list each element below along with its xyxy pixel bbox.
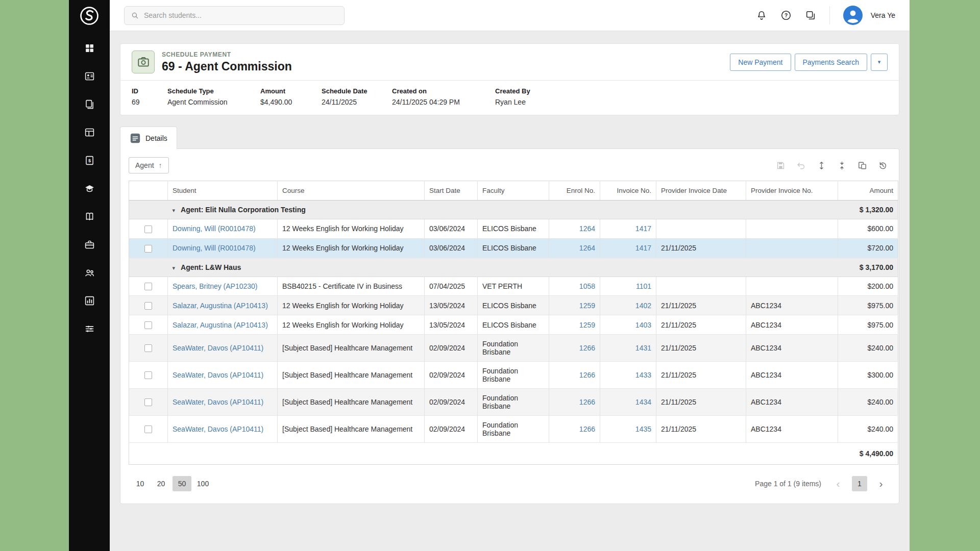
student-link[interactable]: Downing, Will (R0010478): [173, 224, 256, 233]
table-row[interactable]: SeaWater, Davos (AP10411)[Subject Based]…: [129, 388, 898, 415]
enrol-link[interactable]: 1266: [579, 398, 595, 406]
course-cell-td: [Subject Based] Healthcare Management: [278, 388, 425, 415]
enrol-link[interactable]: 1266: [579, 344, 595, 352]
column-header-faculty[interactable]: Faculty: [478, 181, 549, 201]
column-header-select[interactable]: [129, 181, 168, 201]
expand-rows-button[interactable]: [813, 157, 829, 173]
invoice-link[interactable]: 1403: [635, 321, 651, 329]
search-box[interactable]: [124, 6, 345, 25]
table-row[interactable]: SeaWater, Davos (AP10411)[Subject Based]…: [129, 361, 898, 388]
app-logo[interactable]: [69, 0, 110, 31]
row-checkbox[interactable]: [144, 371, 152, 379]
column-header-enrol-no-[interactable]: Enrol No.: [549, 181, 600, 201]
tab-details[interactable]: Details: [120, 127, 177, 149]
invoice-link[interactable]: 1101: [636, 282, 651, 290]
avatar[interactable]: [843, 6, 863, 25]
sidebar-item-agents[interactable]: [80, 264, 99, 283]
enrol-link[interactable]: 1266: [579, 371, 595, 379]
column-header-provider-invoice-no-[interactable]: Provider Invoice No.: [746, 181, 838, 201]
enrol-link[interactable]: 1259: [579, 302, 595, 310]
sidebar-item-tables[interactable]: [80, 123, 99, 143]
history-button[interactable]: [874, 157, 891, 173]
invoice-link[interactable]: 1417: [635, 224, 651, 233]
sidebar-item-reports[interactable]: [80, 292, 99, 311]
column-header-provider-invoice-date[interactable]: Provider Invoice Date: [656, 181, 746, 201]
row-checkbox[interactable]: [144, 245, 152, 253]
student-link[interactable]: Salazar, Augustina (AP10413): [173, 321, 268, 329]
apps-icon[interactable]: [805, 10, 816, 21]
student-link[interactable]: SeaWater, Davos (AP10411): [173, 398, 263, 406]
student-link[interactable]: Spears, Britney (AP10230): [173, 282, 258, 290]
collapse-rows-button[interactable]: [834, 157, 850, 173]
column-header-course[interactable]: Course: [278, 181, 425, 201]
enrol-link[interactable]: 1264: [579, 244, 595, 252]
invoice-link[interactable]: 1417: [635, 244, 651, 252]
collapse-group-icon[interactable]: ▾: [173, 265, 176, 271]
payments-search-button[interactable]: Payments Search: [795, 54, 868, 71]
amount-cell: $240.00: [867, 344, 893, 352]
row-checkbox[interactable]: [144, 344, 152, 352]
table-header: StudentCourseStart DateFacultyEnrol No.I…: [129, 181, 898, 201]
row-checkbox[interactable]: [144, 425, 152, 433]
table-row[interactable]: Salazar, Augustina (AP10413)12 Weeks Eng…: [129, 315, 898, 335]
actions-dropdown-button[interactable]: ▾: [871, 54, 888, 71]
enrol-link[interactable]: 1259: [579, 321, 595, 329]
summary-field-value: Ryan Lee: [495, 98, 530, 106]
invoice-link[interactable]: 1435: [635, 425, 651, 433]
row-checkbox[interactable]: [144, 226, 152, 233]
page-size-50[interactable]: 50: [173, 476, 191, 491]
sidebar-item-contacts[interactable]: [80, 67, 99, 87]
table-row[interactable]: Spears, Britney (AP10230)BSB40215 - Cert…: [129, 277, 898, 296]
invoice-link[interactable]: 1433: [635, 371, 651, 379]
user-name[interactable]: Vera Ye: [871, 11, 895, 19]
student-link[interactable]: Downing, Will (R0010478): [173, 244, 256, 252]
sidebar-item-library[interactable]: [80, 208, 99, 227]
new-payment-button[interactable]: New Payment: [730, 54, 791, 71]
student-link[interactable]: Salazar, Augustina (AP10413): [173, 302, 268, 310]
table-row[interactable]: SeaWater, Davos (AP10411)[Subject Based]…: [129, 334, 898, 361]
search-input[interactable]: [144, 11, 338, 19]
sidebar-item-settings[interactable]: [80, 320, 99, 339]
table-row[interactable]: Salazar, Augustina (AP10413)12 Weeks Eng…: [129, 296, 898, 315]
undo-button[interactable]: [793, 157, 809, 173]
provider-invoice-date-cell: 21/11/2025: [661, 425, 696, 433]
row-checkbox[interactable]: [144, 321, 152, 329]
table-row[interactable]: Downing, Will (R0010478)12 Weeks English…: [129, 238, 898, 258]
invoice-link[interactable]: 1402: [635, 302, 651, 310]
notifications-icon[interactable]: [756, 10, 767, 21]
table-row[interactable]: SeaWater, Davos (AP10411)[Subject Based]…: [129, 415, 898, 442]
column-header-amount[interactable]: Amount: [838, 181, 898, 201]
checkbox-cell: [129, 388, 168, 415]
help-icon[interactable]: ?: [780, 10, 792, 21]
invoice-link[interactable]: 1434: [635, 398, 651, 406]
collapse-group-icon[interactable]: ▾: [173, 207, 176, 213]
page-1-button[interactable]: 1: [852, 476, 867, 491]
table-row[interactable]: Downing, Will (R0010478)12 Weeks English…: [129, 219, 898, 239]
save-button[interactable]: [772, 157, 789, 173]
enrol-link[interactable]: 1266: [579, 425, 595, 433]
enrol-link[interactable]: 1264: [579, 224, 595, 233]
page-size-20[interactable]: 20: [152, 476, 170, 491]
sidebar-item-dashboard[interactable]: [80, 39, 99, 59]
student-link[interactable]: SeaWater, Davos (AP10411): [173, 371, 263, 379]
page-size-100[interactable]: 100: [193, 476, 212, 491]
row-checkbox[interactable]: [144, 398, 152, 406]
row-checkbox[interactable]: [144, 302, 152, 310]
row-checkbox[interactable]: [144, 283, 152, 290]
invoice-link[interactable]: 1431: [635, 344, 651, 352]
next-page-button[interactable]: ›: [873, 476, 889, 491]
column-header-student[interactable]: Student: [168, 181, 278, 201]
column-header-invoice-no-[interactable]: Invoice No.: [600, 181, 656, 201]
sidebar-item-courses[interactable]: [80, 180, 99, 199]
column-chooser-button[interactable]: [854, 157, 870, 173]
prev-page-button[interactable]: ‹: [830, 476, 846, 491]
sidebar-item-documents[interactable]: [80, 95, 99, 115]
student-link[interactable]: SeaWater, Davos (AP10411): [173, 425, 263, 433]
column-header-start-date[interactable]: Start Date: [425, 181, 478, 201]
student-link[interactable]: SeaWater, Davos (AP10411): [173, 344, 263, 352]
sidebar-item-employment[interactable]: [80, 236, 99, 255]
enrol-link[interactable]: 1058: [579, 282, 595, 290]
sidebar-item-invoices[interactable]: $: [80, 152, 99, 171]
page-size-10[interactable]: 10: [131, 476, 150, 491]
group-by-chip[interactable]: Agent ↑: [129, 157, 169, 173]
